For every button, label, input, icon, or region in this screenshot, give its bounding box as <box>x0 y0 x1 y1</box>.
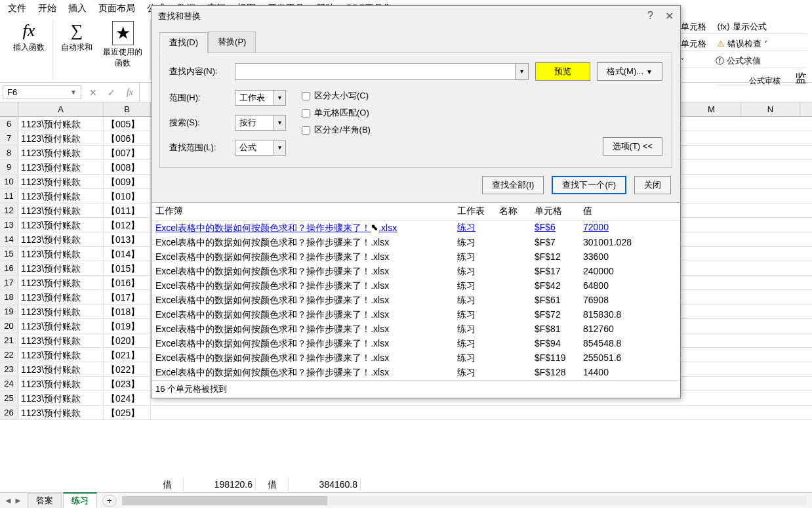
result-row[interactable]: Excel表格中的数据如何按颜色求和？操作步骤来了！.xlsx 练习 $F$61… <box>152 293 680 308</box>
row-header[interactable]: 14 <box>0 232 18 246</box>
cell[interactable]: 1123\预付账款 <box>18 232 104 246</box>
horizontal-scrollbar[interactable] <box>122 496 807 505</box>
result-row[interactable]: Excel表格中的数据如何按颜色求和？操作步骤来了！.xlsx 练习 $F$12… <box>152 366 680 380</box>
row-header[interactable]: 25 <box>0 391 18 405</box>
row-header[interactable]: 18 <box>0 290 18 304</box>
sheet-tab-practice[interactable]: 练习 <box>63 492 97 508</box>
row-header[interactable]: 12 <box>0 203 18 217</box>
fx-bar-icon[interactable]: fx <box>121 87 139 98</box>
auto-sum-button[interactable]: ∑ 自动求和 <box>58 20 95 70</box>
col-header-N[interactable]: N <box>741 102 800 116</box>
col-cell[interactable]: 单元格 <box>535 205 583 217</box>
trace-row[interactable]: 单元格⟨fx⟩显示公式 <box>681 20 807 34</box>
chevron-down-icon[interactable]: ▾ <box>274 140 286 156</box>
col-workbook[interactable]: 工作簿 <box>155 205 457 217</box>
row-header[interactable]: 7 <box>0 131 18 145</box>
cell[interactable]: 【008】 <box>104 160 151 174</box>
sheet-tab-answers[interactable]: 答案 <box>28 493 62 508</box>
cell[interactable]: 【015】 <box>104 261 151 275</box>
cell[interactable]: 【016】 <box>104 276 151 289</box>
cell[interactable]: 【018】 <box>104 305 151 318</box>
cell[interactable]: 1123\预付账款 <box>18 131 104 145</box>
help-icon[interactable]: ? <box>647 10 653 22</box>
row-header[interactable]: 8 <box>0 146 18 159</box>
dialog-titlebar[interactable]: 查找和替换 ? ✕ <box>152 6 680 26</box>
close-icon[interactable]: ✕ <box>665 10 674 22</box>
cell[interactable]: 1123\预付账款 <box>18 117 104 131</box>
cell[interactable]: 【006】 <box>104 131 151 145</box>
row-header[interactable]: 13 <box>0 218 18 232</box>
result-row[interactable]: Excel表格中的数据如何按颜色求和？操作步骤来了！.xlsx 练习 $F$42… <box>152 279 680 293</box>
chevron-down-icon[interactable]: ▼ <box>70 89 77 96</box>
find-content-input[interactable] <box>235 63 516 80</box>
lookin-select[interactable]: 公式▾ <box>235 140 286 156</box>
col-header-M[interactable]: M <box>682 102 741 116</box>
result-row[interactable]: Excel表格中的数据如何按颜色求和？操作步骤来了！.xlsx 练习 $F$94… <box>152 337 680 351</box>
cell[interactable]: 【007】 <box>104 146 151 159</box>
options-button[interactable]: 选项(T) << <box>603 137 662 156</box>
cell[interactable]: 1123\预付账款 <box>18 203 104 217</box>
error-row[interactable]: 单元格⚠错误检查 ˅ <box>681 37 807 51</box>
row-header[interactable]: 23 <box>0 362 18 376</box>
cell[interactable]: 【011】 <box>104 203 151 217</box>
chevron-down-icon[interactable]: ▾ <box>274 115 286 131</box>
row-header[interactable]: 22 <box>0 348 18 362</box>
format-button[interactable]: 格式(M)... ▼ <box>597 62 662 81</box>
cell[interactable]: 1123\预付账款 <box>18 189 104 203</box>
cell[interactable]: 1123\预付账款 <box>18 261 104 275</box>
cell[interactable]: 1123\预付账款 <box>18 348 104 362</box>
row-header[interactable]: 11 <box>0 189 18 203</box>
accept-formula-icon[interactable]: ✓ <box>102 87 121 98</box>
tab-home[interactable]: 开始 <box>38 3 56 14</box>
sheet-nav[interactable]: ◄► <box>0 496 26 505</box>
result-row[interactable]: Excel表格中的数据如何按颜色求和？操作步骤来了！.xlsx 练习 $F$7 … <box>152 236 680 250</box>
cell[interactable]: 【009】 <box>104 175 151 188</box>
cell[interactable]: 1123\预付账款 <box>18 362 104 376</box>
cell[interactable]: 【023】 <box>104 377 151 391</box>
tab-file[interactable]: 文件 <box>8 3 26 14</box>
name-box[interactable]: F6 ▼ <box>3 85 81 99</box>
cell[interactable]: 1123\预付账款 <box>18 391 104 405</box>
search-select[interactable]: 按行▾ <box>235 115 286 131</box>
row-header[interactable]: 10 <box>0 175 18 188</box>
col-name[interactable]: 名称 <box>499 205 535 217</box>
preview-button[interactable]: 预览 <box>535 62 590 81</box>
col-value[interactable]: 值 <box>583 205 655 217</box>
cell[interactable]: 【014】 <box>104 247 151 261</box>
cell[interactable]: 1123\预付账款 <box>18 160 104 174</box>
tab-layout[interactable]: 页面布局 <box>98 3 135 14</box>
recent-fn-button[interactable]: ★ 最近使用的 函数 <box>100 20 145 70</box>
cell[interactable]: 1123\预付账款 <box>18 406 104 419</box>
cell[interactable]: 【010】 <box>104 189 151 203</box>
cell[interactable]: 【021】 <box>104 348 151 362</box>
find-content-combo[interactable]: ▾ <box>235 63 529 80</box>
row-header[interactable]: 21 <box>0 333 18 347</box>
row-header[interactable]: 24 <box>0 377 18 391</box>
add-sheet-button[interactable]: + <box>102 495 117 507</box>
cell[interactable]: 1123\预付账款 <box>18 319 104 333</box>
cell[interactable]: 【025】 <box>104 406 151 419</box>
cell[interactable]: 【022】 <box>104 362 151 376</box>
result-row[interactable]: Excel表格中的数据如何按颜色求和？操作步骤来了！.xlsx 练习 $F$11… <box>152 351 680 366</box>
row-header[interactable]: 9 <box>0 160 18 174</box>
cell[interactable]: 1123\预付账款 <box>18 146 104 159</box>
cell[interactable]: 1123\预付账款 <box>18 290 104 304</box>
row-header[interactable]: 6 <box>0 117 18 131</box>
row-header[interactable]: 15 <box>0 247 18 261</box>
cell[interactable]: 【013】 <box>104 232 151 246</box>
tab-find[interactable]: 查找(D) <box>159 32 208 53</box>
select-all-corner[interactable] <box>0 102 18 116</box>
row-header[interactable]: 17 <box>0 276 18 289</box>
row-header[interactable]: 20 <box>0 319 18 333</box>
cell[interactable]: 1123\预付账款 <box>18 377 104 391</box>
col-worksheet[interactable]: 工作表 <box>457 205 499 217</box>
row-header[interactable]: 26 <box>0 406 18 419</box>
match-width-checkbox[interactable]: 区分全/半角(B) <box>302 124 371 136</box>
eval-row[interactable]: ˅ⓕ公式求值 <box>681 54 807 68</box>
cell[interactable]: 1123\预付账款 <box>18 218 104 232</box>
insert-function-button[interactable]: fx 插入函数 <box>10 20 47 54</box>
cell[interactable]: 【017】 <box>104 290 151 304</box>
cell[interactable]: 【020】 <box>104 333 151 347</box>
result-row[interactable]: Excel表格中的数据如何按颜色求和？操作步骤来了！.xlsx 练习 $F$12… <box>152 250 680 265</box>
result-row[interactable]: Excel表格中的数据如何按颜色求和？操作步骤来了！.xlsx 练习 $F$17… <box>152 265 680 279</box>
